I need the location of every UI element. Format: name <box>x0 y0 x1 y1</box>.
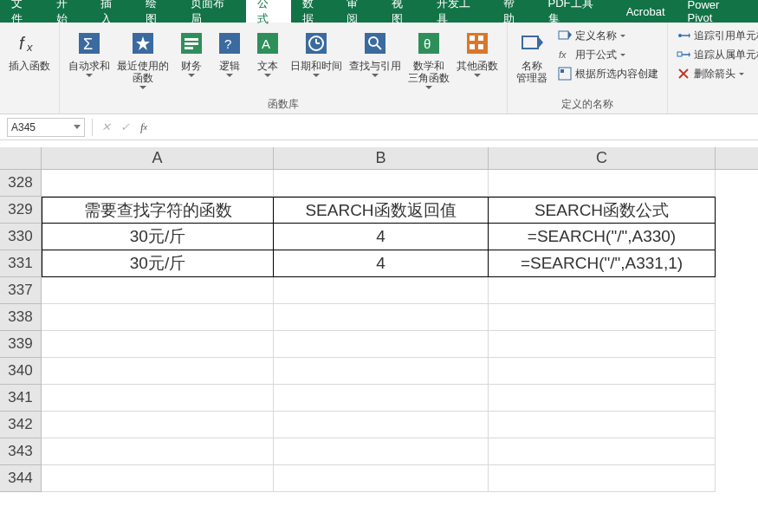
cell-C331[interactable]: =SEARCH("/",A331,1) <box>489 250 716 277</box>
menu-tab-插入[interactable]: 插入 <box>89 0 134 23</box>
row-header-339[interactable]: 339 <box>0 331 41 358</box>
menu-tab-开始[interactable]: 开始 <box>45 0 90 23</box>
cell-A343[interactable] <box>42 438 274 465</box>
svg-text:θ: θ <box>424 36 431 51</box>
row-header-341[interactable]: 341 <box>0 385 41 412</box>
menu-tab-开发工具[interactable]: 开发工具 <box>425 0 492 23</box>
more-fn-button[interactable]: 其他函数 <box>453 26 502 95</box>
cell-C337[interactable] <box>489 277 716 304</box>
cancel-formula-button[interactable]: ✕ <box>96 118 115 137</box>
col-header-B[interactable]: B <box>274 147 489 169</box>
datetime-button[interactable]: 日期和时间 <box>287 26 346 95</box>
menu-tab-页面布局[interactable]: 页面布局 <box>179 0 246 23</box>
row-header-342[interactable]: 342 <box>0 412 41 438</box>
trace-dependents-button[interactable]: 追踪从属单元格 <box>673 45 758 64</box>
row-header-340[interactable]: 340 <box>0 358 41 385</box>
accept-formula-button[interactable]: ✓ <box>115 118 134 137</box>
create-from-sel-label: 根据所选内容创建 <box>575 67 658 81</box>
cell-B329[interactable]: SEARCH函数返回值 <box>274 197 489 224</box>
name-box[interactable]: A345 <box>7 118 85 137</box>
menu-tab-视图[interactable]: 视图 <box>380 0 425 23</box>
cell-C342[interactable] <box>489 412 716 438</box>
financial-button[interactable]: 财务 <box>172 26 211 95</box>
cell-A329[interactable]: 需要查找字符的函数 <box>42 197 274 224</box>
remove-arrows-button[interactable]: 删除箭头 <box>673 64 758 83</box>
menu-tab-帮助[interactable]: 帮助 <box>492 0 537 23</box>
menu-tab-绘图[interactable]: 绘图 <box>134 0 179 23</box>
menu-tab-Acrobat[interactable]: Acrobat <box>615 0 677 23</box>
trace-dep-label: 追踪从属单元格 <box>694 48 758 62</box>
cell-A344[interactable] <box>42 465 274 492</box>
cell-B330[interactable]: 4 <box>274 224 489 250</box>
cell-C339[interactable] <box>489 331 716 358</box>
row-header-328[interactable]: 328 <box>0 170 41 197</box>
cell-B331[interactable]: 4 <box>274 250 489 277</box>
cell-A328[interactable] <box>42 170 274 197</box>
cell-C329[interactable]: SEARCH函数公式 <box>489 197 716 224</box>
cell-B328[interactable] <box>274 170 489 197</box>
logical-button[interactable]: ? 逻辑 <box>211 26 249 95</box>
tag-icon <box>518 29 546 57</box>
col-header-C[interactable]: C <box>489 147 716 169</box>
select-all-corner[interactable] <box>0 147 42 170</box>
cell-A339[interactable] <box>42 331 274 358</box>
spreadsheet-grid[interactable]: ABC 328329330331337338339340341342343344… <box>0 147 758 529</box>
cell-B339[interactable] <box>274 331 489 358</box>
name-manager-label: 名称 管理器 <box>516 60 547 84</box>
cell-C340[interactable] <box>489 358 716 385</box>
cells-area[interactable]: 需要查找字符的函数SEARCH函数返回值SEARCH函数公式30元/斤4=SEA… <box>42 170 758 492</box>
formula-input[interactable] <box>153 118 758 137</box>
trace-precedents-button[interactable]: 追踪引用单元格 <box>673 26 758 45</box>
row-header-331[interactable]: 331 <box>0 250 41 277</box>
cell-B337[interactable] <box>274 277 489 304</box>
cell-B340[interactable] <box>274 358 489 385</box>
cell-B342[interactable] <box>274 412 489 438</box>
cell-A338[interactable] <box>42 304 274 331</box>
use-formula-button[interactable]: fx用于公式 <box>554 45 662 64</box>
cell-A330[interactable]: 30元/斤 <box>42 224 274 250</box>
recent-button[interactable]: 最近使用的 函数 <box>113 26 172 95</box>
cell-B344[interactable] <box>274 465 489 492</box>
cell-C343[interactable] <box>489 438 716 465</box>
formula-bar: A345 ✕ ✓ fx <box>0 114 758 140</box>
row-header-329[interactable]: 329 <box>0 197 41 224</box>
cell-C328[interactable] <box>489 170 716 197</box>
insert-function-button[interactable]: fx 插入函数 <box>5 26 54 98</box>
row-header-343[interactable]: 343 <box>0 438 41 465</box>
cell-C344[interactable] <box>489 465 716 492</box>
cell-A337[interactable] <box>42 277 274 304</box>
menu-tab-PDF工具集[interactable]: PDF工具集 <box>537 0 615 23</box>
row-header-344[interactable]: 344 <box>0 465 41 492</box>
menu-tab-Power Pivot[interactable]: Power Pivot <box>677 0 758 23</box>
cell-A341[interactable] <box>42 385 274 412</box>
row-header-337[interactable]: 337 <box>0 277 41 304</box>
lookup-button[interactable]: 查找与引用 <box>346 26 405 95</box>
row-header-330[interactable]: 330 <box>0 224 41 250</box>
financial-label: 财务 <box>181 60 202 72</box>
text-button[interactable]: A 文本 <box>249 26 287 95</box>
menu-tab-审阅[interactable]: 审阅 <box>335 0 380 23</box>
math-button[interactable]: θ 数学和 三角函数 <box>405 26 453 95</box>
cell-C330[interactable]: =SEARCH("/",A330) <box>489 224 716 250</box>
autosum-button[interactable]: Σ 自动求和 <box>65 26 113 95</box>
menu-tab-文件[interactable]: 文件 <box>0 0 45 23</box>
name-manager-button[interactable]: 名称 管理器 <box>513 26 551 95</box>
trace-dep-icon <box>677 48 690 62</box>
row-header-338[interactable]: 338 <box>0 304 41 331</box>
chevron-down-icon[interactable] <box>74 125 81 129</box>
cell-B343[interactable] <box>274 438 489 465</box>
create-from-sel-button[interactable]: 根据所选内容创建 <box>554 64 662 83</box>
cell-A340[interactable] <box>42 358 274 385</box>
cell-B338[interactable] <box>274 304 489 331</box>
cell-C341[interactable] <box>489 385 716 412</box>
cell-B341[interactable] <box>274 385 489 412</box>
col-header-A[interactable]: A <box>42 147 274 169</box>
cell-A331[interactable]: 30元/斤 <box>42 250 274 277</box>
define-name-button[interactable]: 定义名称 <box>554 26 662 45</box>
menu-tab-公式[interactable]: 公式 <box>246 0 291 23</box>
fx-button[interactable]: fx <box>134 118 153 137</box>
menu-tab-数据[interactable]: 数据 <box>291 0 336 23</box>
cell-C338[interactable] <box>489 304 716 331</box>
logical-icon: ? <box>216 29 243 57</box>
cell-A342[interactable] <box>42 412 274 438</box>
